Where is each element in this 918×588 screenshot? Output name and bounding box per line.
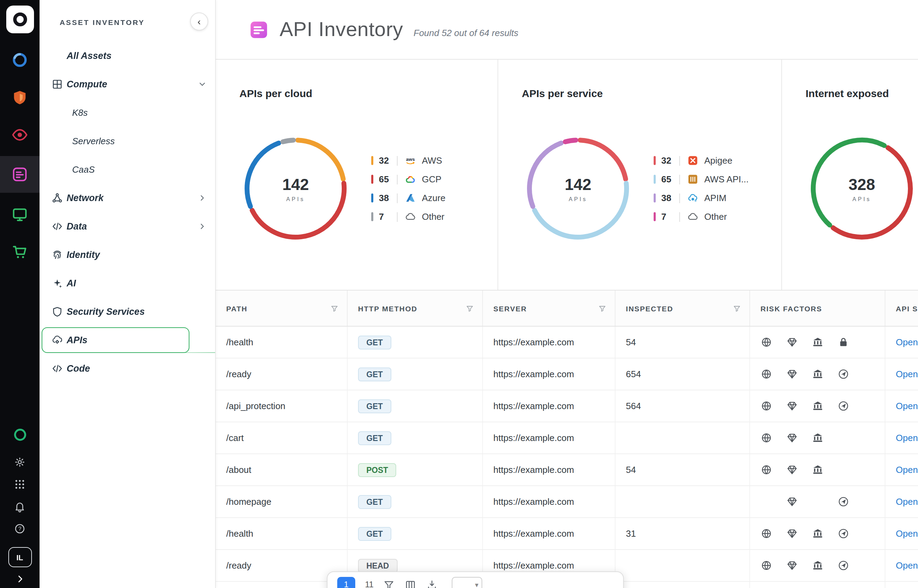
rail-discovery-icon[interactable]: [0, 44, 40, 76]
sidebar-item-all-assets[interactable]: All Assets: [40, 42, 215, 70]
bank-risk-icon[interactable]: [812, 432, 837, 444]
table-row[interactable]: /homepageGEThttps://example.comOpenAPI: [216, 486, 918, 518]
bank-risk-icon[interactable]: [812, 400, 837, 412]
api-spec-link[interactable]: OpenAPI: [896, 337, 918, 347]
globe-risk-icon[interactable]: [761, 528, 786, 540]
send-risk-icon[interactable]: [837, 368, 863, 380]
send-risk-icon[interactable]: [837, 528, 863, 540]
sidebar-item-security-services[interactable]: Security Services: [40, 297, 215, 326]
globe-risk-icon[interactable]: [761, 400, 786, 412]
rail-app-logo-icon[interactable]: [6, 6, 34, 33]
legend-item-other[interactable]: 7Other: [654, 207, 749, 226]
sidebar-item-network[interactable]: Network: [40, 184, 215, 212]
globe-risk-icon[interactable]: [761, 336, 786, 348]
pagination-current-page[interactable]: 1: [337, 577, 355, 588]
gem-risk-icon[interactable]: [786, 400, 812, 412]
rail-shift-left-icon[interactable]: [0, 236, 40, 268]
gem-risk-icon[interactable]: [786, 496, 812, 507]
column-header-server[interactable]: SERVER: [482, 291, 615, 326]
sidebar-item-apis[interactable]: APIs: [40, 326, 215, 354]
sidebar-item-caas[interactable]: CaaS: [40, 155, 215, 184]
legend-item-azure[interactable]: 38Azure: [371, 189, 445, 207]
filter-icon[interactable]: [384, 579, 395, 588]
rail-organization-icon[interactable]: [0, 421, 40, 449]
globe-risk-icon[interactable]: [761, 432, 786, 444]
gem-risk-icon[interactable]: [786, 432, 812, 444]
column-header-http-method[interactable]: HTTP METHOD: [347, 291, 482, 326]
send-risk-icon[interactable]: [837, 400, 863, 412]
globe-risk-icon[interactable]: [761, 368, 786, 380]
bank-risk-icon[interactable]: [812, 368, 837, 380]
api-spec-link[interactable]: OpenAPI: [896, 433, 918, 443]
api-spec-link[interactable]: OpenAPI: [896, 465, 918, 475]
api-spec-link[interactable]: OpenAPI: [896, 401, 918, 411]
api-spec-link[interactable]: OpenAPI: [896, 528, 918, 539]
rail-settings-icon[interactable]: [0, 453, 40, 471]
columns-icon[interactable]: [405, 579, 417, 588]
legend-item-apigee[interactable]: 32Apigee: [654, 151, 749, 170]
rail-apps-icon[interactable]: [0, 475, 40, 493]
legend-item-apim[interactable]: 38APIM: [654, 189, 749, 207]
bank-risk-icon[interactable]: [812, 336, 837, 348]
bank-risk-icon[interactable]: [812, 464, 837, 476]
table-row[interactable]: /aboutPOSThttps://example.com54OpenAPI: [216, 454, 918, 486]
sidebar-item-identity[interactable]: Identity: [40, 241, 215, 269]
gem-risk-icon[interactable]: [786, 528, 812, 540]
chevron-right-icon[interactable]: [198, 222, 207, 231]
rail-help-icon[interactable]: ?: [0, 519, 40, 537]
gem-risk-icon[interactable]: [786, 336, 812, 348]
filter-icon[interactable]: [598, 304, 606, 312]
sidebar-item-data[interactable]: Data: [40, 212, 215, 241]
gem-risk-icon[interactable]: [786, 368, 812, 380]
sidebar-item-code[interactable]: Code: [40, 354, 215, 383]
rail-security-posture-icon[interactable]: [0, 81, 40, 113]
rows-per-page-select[interactable]: ▾: [452, 577, 482, 588]
gem-risk-icon[interactable]: [786, 464, 812, 476]
table-row[interactable]: /cartGEThttps://example.comOpenAPI: [216, 422, 918, 454]
legend-item-aws-api[interactable]: 65AWS API...: [654, 170, 749, 189]
cell-http-method: GET: [347, 422, 482, 454]
chevron-right-icon[interactable]: [198, 194, 207, 202]
chevron-down-icon[interactable]: [198, 80, 207, 89]
legend-item-aws[interactable]: 32awsAWS: [371, 151, 445, 170]
rail-detection-icon[interactable]: [0, 119, 40, 150]
sidebar-item-k8s[interactable]: K8s: [40, 99, 215, 127]
table-row[interactable]: /readyGEThttps://example.com654OpenAPI: [216, 359, 918, 390]
column-header-inspected[interactable]: INSPECTED: [615, 291, 750, 326]
sidebar-collapse-button[interactable]: ‹: [190, 13, 208, 31]
table-row[interactable]: /healthGEThttps://example.com31OpenAPI: [216, 518, 918, 550]
send-risk-icon[interactable]: [837, 496, 863, 507]
column-header-path[interactable]: PATH: [216, 291, 347, 326]
rail-notifications-icon[interactable]: [0, 497, 40, 515]
lock-risk-icon[interactable]: [837, 336, 863, 348]
bank-risk-icon[interactable]: [812, 560, 837, 571]
rail-user-avatar[interactable]: IL: [8, 547, 32, 567]
globe-risk-icon[interactable]: [761, 560, 786, 571]
legend-label: APIM: [704, 193, 727, 203]
table-row[interactable]: /healthGEThttps://example.com54OpenAPI: [216, 326, 918, 359]
table-row[interactable]: /api_protectionGEThttps://example.com564…: [216, 390, 918, 422]
sidebar-item-ai[interactable]: AI: [40, 269, 215, 297]
legend-item-other[interactable]: 7Other: [371, 207, 445, 226]
sidebar-item-serverless[interactable]: Serverless: [40, 127, 215, 155]
main-content: API Inventory Found 52 out of 64 results…: [216, 0, 918, 588]
filter-icon[interactable]: [330, 304, 338, 312]
send-risk-icon[interactable]: [837, 560, 863, 571]
filter-icon[interactable]: [733, 304, 741, 312]
cell-server: https://example.com: [482, 518, 615, 549]
rail-api-security-icon[interactable]: [0, 156, 40, 193]
api-spec-link[interactable]: OpenAPI: [896, 496, 918, 507]
api-spec-link[interactable]: OpenAPI: [896, 560, 918, 571]
column-header-risk-factors[interactable]: RISK FACTORS: [750, 291, 885, 326]
column-header-api-spec[interactable]: API SPEC: [885, 291, 918, 326]
filter-icon[interactable]: [466, 304, 474, 312]
rail-expand-rail-icon[interactable]: [0, 571, 40, 586]
globe-risk-icon[interactable]: [761, 464, 786, 476]
api-spec-link[interactable]: OpenAPI: [896, 369, 918, 379]
rail-workloads-icon[interactable]: [0, 198, 40, 230]
gem-risk-icon[interactable]: [786, 560, 812, 571]
download-icon[interactable]: [426, 579, 438, 588]
legend-item-gcp[interactable]: 65GCP: [371, 170, 445, 189]
bank-risk-icon[interactable]: [812, 528, 837, 540]
sidebar-item-compute[interactable]: Compute: [40, 70, 215, 99]
